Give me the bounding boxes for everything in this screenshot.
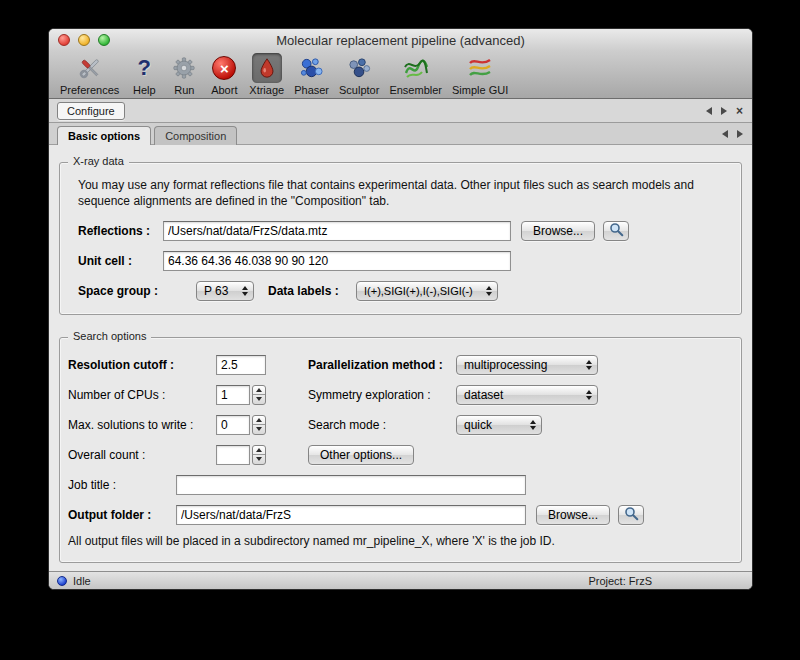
resolution-cutoff-label: Resolution cutoff : bbox=[68, 358, 216, 372]
toolbar-button-sculptor[interactable]: Sculptor bbox=[334, 53, 384, 96]
toolbar-button-ensembler[interactable]: Ensembler bbox=[384, 53, 447, 96]
ensembler-icon bbox=[401, 53, 431, 83]
preferences-icon bbox=[75, 53, 105, 83]
toolbar-button-xtriage[interactable]: Xtriage bbox=[244, 53, 289, 96]
xray-description: You may use any format reflections file … bbox=[78, 177, 723, 209]
toolbar-button-abort[interactable]: × Abort bbox=[204, 53, 244, 96]
max-solutions-input[interactable] bbox=[216, 415, 250, 435]
window-controls bbox=[58, 34, 110, 46]
toolbar-label: Simple GUI bbox=[452, 84, 508, 96]
simple-gui-icon bbox=[465, 53, 495, 83]
max-solutions-label: Max. solutions to write : bbox=[68, 418, 216, 432]
project-label: Project: FrzS bbox=[588, 575, 652, 587]
output-folder-browse-button[interactable]: Browse... bbox=[536, 505, 610, 525]
magnifier-icon bbox=[609, 222, 624, 240]
search-mode-label: Search mode : bbox=[308, 418, 456, 432]
popup-arrows-icon bbox=[486, 286, 492, 296]
toolbar-button-preferences[interactable]: Preferences bbox=[55, 53, 124, 96]
unit-cell-label: Unit cell : bbox=[78, 254, 163, 268]
options-tab-bar-controls bbox=[722, 123, 743, 144]
tab-scroll-right-icon[interactable] bbox=[721, 107, 727, 115]
status-bar: Idle Project: FrzS bbox=[49, 571, 752, 589]
tab-composition[interactable]: Composition bbox=[154, 126, 237, 145]
parallelization-label: Parallelization method : bbox=[308, 358, 456, 372]
toolbar-label: Abort bbox=[211, 84, 237, 96]
popup-arrows-icon bbox=[586, 390, 592, 400]
toolbar-label: Ensembler bbox=[389, 84, 442, 96]
toolbar-button-phaser[interactable]: Phaser bbox=[289, 53, 334, 96]
tab-scroll-left-icon[interactable] bbox=[706, 107, 712, 115]
job-title-input[interactable] bbox=[176, 475, 526, 495]
other-options-button[interactable]: Other options... bbox=[308, 445, 414, 465]
window-title: Molecular replacement pipeline (advanced… bbox=[49, 33, 752, 48]
output-folder-view-button[interactable] bbox=[618, 505, 644, 525]
tab-scroll-right-icon[interactable] bbox=[737, 130, 743, 138]
sculptor-icon bbox=[344, 53, 374, 83]
tab-scroll-left-icon[interactable] bbox=[722, 130, 728, 138]
reflections-browse-button[interactable]: Browse... bbox=[521, 221, 595, 241]
search-mode-popup[interactable]: quick bbox=[456, 415, 542, 435]
tab-basic-options[interactable]: Basic options bbox=[57, 126, 151, 145]
toolbar-label: Help bbox=[133, 84, 156, 96]
toolbar-label: Run bbox=[174, 84, 194, 96]
job-title-label: Job title : bbox=[68, 478, 176, 492]
space-group-popup[interactable]: P 63 bbox=[196, 281, 254, 301]
run-icon bbox=[169, 53, 199, 83]
reflections-input[interactable] bbox=[163, 221, 511, 241]
zoom-button[interactable] bbox=[98, 34, 110, 46]
close-tab-icon[interactable]: × bbox=[736, 106, 743, 116]
minimize-button[interactable] bbox=[78, 34, 90, 46]
resolution-cutoff-input[interactable] bbox=[216, 355, 266, 375]
search-row-3: Max. solutions to write : Search mode : … bbox=[68, 414, 723, 435]
tab-composition-label: Composition bbox=[165, 130, 226, 142]
popup-arrows-icon bbox=[586, 360, 592, 370]
reflections-row: Reflections : Browse... bbox=[78, 220, 723, 241]
data-labels-label: Data labels : bbox=[268, 284, 356, 298]
search-row-1: Resolution cutoff : Parallelization meth… bbox=[68, 354, 723, 375]
group-title-xray: X-ray data bbox=[68, 155, 129, 167]
num-cpus-stepper[interactable] bbox=[252, 385, 266, 405]
unit-cell-row: Unit cell : bbox=[78, 250, 723, 271]
overall-count-stepper[interactable] bbox=[252, 445, 266, 465]
output-folder-label: Output folder : bbox=[68, 508, 176, 522]
group-xray-data: X-ray data You may use any format reflec… bbox=[59, 162, 742, 315]
group-search-options: Search options Resolution cutoff : Paral… bbox=[59, 337, 742, 563]
space-group-label: Space group : bbox=[78, 284, 196, 298]
unit-cell-input[interactable] bbox=[163, 251, 511, 271]
toolbar-label: Sculptor bbox=[339, 84, 379, 96]
magnifier-icon bbox=[624, 506, 639, 524]
popup-arrows-icon bbox=[530, 420, 536, 430]
data-labels-popup[interactable]: I(+),SIGI(+),I(-),SIGI(-) bbox=[356, 281, 498, 301]
overall-count-label: Overall count : bbox=[68, 448, 216, 462]
output-folder-input[interactable] bbox=[176, 505, 526, 525]
num-cpus-input[interactable] bbox=[216, 385, 250, 405]
app-window: Molecular replacement pipeline (advanced… bbox=[48, 28, 753, 590]
toolbar-label: Xtriage bbox=[249, 84, 284, 96]
popup-arrows-icon bbox=[242, 286, 248, 296]
toolbar: Preferences ? Help Run bbox=[49, 51, 752, 99]
overall-count-input[interactable] bbox=[216, 445, 250, 465]
task-tab-bar: Configure × bbox=[49, 99, 752, 123]
search-row-2: Number of CPUs : Symmetry exploration : … bbox=[68, 384, 723, 405]
parallelization-popup[interactable]: multiprocessing bbox=[456, 355, 598, 375]
phaser-icon bbox=[297, 53, 327, 83]
tab-configure[interactable]: Configure bbox=[57, 102, 125, 120]
output-footnote: All output files will be placed in a sub… bbox=[68, 534, 723, 548]
close-button[interactable] bbox=[58, 34, 70, 46]
toolbar-button-run[interactable]: Run bbox=[164, 53, 204, 96]
group-title-search: Search options bbox=[68, 330, 151, 342]
status-indicator-icon bbox=[57, 576, 67, 586]
num-cpus-label: Number of CPUs : bbox=[68, 388, 216, 402]
symmetry-exploration-popup[interactable]: dataset bbox=[456, 385, 598, 405]
status-text: Idle bbox=[73, 575, 91, 587]
help-icon: ? bbox=[129, 53, 159, 83]
options-tab-bar: Basic options Composition bbox=[49, 123, 752, 145]
titlebar[interactable]: Molecular replacement pipeline (advanced… bbox=[49, 29, 752, 51]
space-group-row: Space group : P 63 Data labels : I(+),SI… bbox=[78, 280, 723, 301]
max-solutions-stepper[interactable] bbox=[252, 415, 266, 435]
toolbar-label: Preferences bbox=[60, 84, 119, 96]
reflections-view-button[interactable] bbox=[603, 221, 629, 241]
output-folder-row: Output folder : Browse... bbox=[68, 504, 723, 525]
toolbar-button-help[interactable]: ? Help bbox=[124, 53, 164, 96]
toolbar-button-simple-gui[interactable]: Simple GUI bbox=[447, 53, 513, 96]
